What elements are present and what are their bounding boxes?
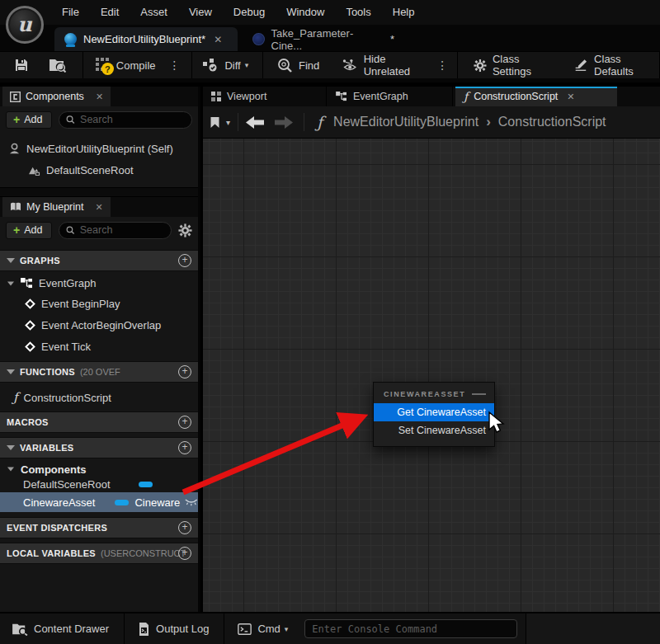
my-blueprint-search[interactable] xyxy=(59,222,172,239)
compile-label: Compile xyxy=(116,59,156,72)
close-icon[interactable]: ✕ xyxy=(95,202,102,213)
tab-my-blueprint[interactable]: My Blueprint ✕ xyxy=(2,197,111,217)
section-functions[interactable]: FUNCTIONS (20 OVEF + xyxy=(0,361,198,383)
components-search[interactable] xyxy=(59,111,192,129)
function-item-constructionscript[interactable]: ƒ ConstructionScript xyxy=(0,389,198,406)
diff-label: Diff xyxy=(224,59,240,72)
toolbar-divider xyxy=(457,52,458,78)
menu-debug[interactable]: Debug xyxy=(223,0,276,25)
panel-settings-gear-icon[interactable] xyxy=(178,223,192,237)
event-node-icon xyxy=(25,298,35,309)
close-icon[interactable]: ✕ xyxy=(567,92,574,102)
diff-button[interactable]: Diff ▾ xyxy=(195,52,256,78)
bookmark-icon[interactable] xyxy=(210,116,220,129)
section-macros[interactable]: MACROS + xyxy=(0,411,198,433)
navigate-forward-icon[interactable] xyxy=(275,116,293,129)
menu-edit[interactable]: Edit xyxy=(90,0,130,25)
menu-help[interactable]: Help xyxy=(382,0,426,25)
console-command-input[interactable] xyxy=(312,623,510,635)
function-icon: ƒ xyxy=(317,113,323,131)
variable-type-label: Cineware xyxy=(134,496,180,509)
content-drawer-button[interactable]: Content Drawer xyxy=(2,613,119,644)
class-settings-button[interactable]: Class Settings xyxy=(466,52,557,78)
graph-editor-area: Viewport EventGraph ƒ ConstructionScript… xyxy=(203,87,660,612)
section-graphs[interactable]: GRAPHS + xyxy=(0,250,198,271)
add-graph-icon[interactable]: + xyxy=(178,254,191,267)
event-item-beginplay[interactable]: Event BeginPlay xyxy=(0,296,198,311)
menu-window[interactable]: Window xyxy=(276,0,335,25)
my-blueprint-search-input[interactable] xyxy=(80,224,164,236)
add-blueprint-item-button[interactable]: + Add xyxy=(6,222,52,239)
tab-new-editor-utility-blueprint[interactable]: NewEditorUtilityBlueprint* ✕ xyxy=(54,27,238,51)
section-variables[interactable]: VARIABLES + xyxy=(0,437,198,458)
class-defaults-button[interactable]: Class Defaults xyxy=(567,52,659,78)
event-label: Event Tick xyxy=(41,341,91,353)
expander-triangle-icon[interactable] xyxy=(7,258,15,263)
event-item-actorbeginoverlap[interactable]: Event ActorBeginOverlap xyxy=(0,317,198,332)
blueprint-graph-canvas[interactable]: CINEWAREASSET Get CinewareAsset Set Cine… xyxy=(203,139,660,612)
compile-icon: ? xyxy=(96,58,111,73)
toolbar-divider xyxy=(262,52,263,78)
expander-triangle-icon[interactable] xyxy=(7,468,14,472)
browse-to-asset-button[interactable] xyxy=(41,52,74,78)
divider xyxy=(224,613,224,644)
output-log-button[interactable]: Output Log xyxy=(128,613,219,644)
add-macro-icon[interactable]: + xyxy=(178,416,191,429)
menu-asset[interactable]: Asset xyxy=(130,0,178,25)
add-variable-icon[interactable]: + xyxy=(178,441,191,454)
console-command-field[interactable] xyxy=(304,619,517,638)
variable-row-defaultsceneroot[interactable]: DefaultSceneRoot xyxy=(0,477,198,492)
navigate-back-icon[interactable] xyxy=(246,116,264,129)
hide-unrelated-label: Hide Unrelated xyxy=(364,53,424,78)
section-suffix: (USERCONSTRUCT xyxy=(101,548,185,558)
close-icon[interactable]: ✕ xyxy=(96,92,103,102)
add-component-button[interactable]: + Add xyxy=(6,111,52,129)
graph-label: EventGraph xyxy=(39,277,96,289)
chevron-down-icon[interactable]: ▾ xyxy=(226,118,230,127)
add-local-variable-icon[interactable]: + xyxy=(178,547,191,560)
find-button[interactable]: Find xyxy=(270,52,327,78)
section-event-dispatchers[interactable]: EVENT DISPATCHERS + xyxy=(0,517,198,538)
component-item-default-scene-root[interactable]: DefaultSceneRoot xyxy=(0,159,198,181)
variable-group-components[interactable]: Components xyxy=(0,462,198,477)
event-item-tick[interactable]: Event Tick xyxy=(0,339,198,354)
expander-triangle-icon[interactable] xyxy=(7,445,15,450)
save-button[interactable] xyxy=(7,52,36,78)
close-icon[interactable]: ✕ xyxy=(214,34,222,45)
visibility-closed-eye-icon[interactable] xyxy=(185,499,198,506)
menu-item-set-cinewareasset[interactable]: Set CinewareAsset xyxy=(374,421,494,440)
content-drawer-icon xyxy=(12,623,28,636)
breadcrumb-root[interactable]: NewEditorUtilityBlueprint xyxy=(333,115,478,129)
expander-triangle-icon[interactable] xyxy=(7,281,14,285)
menu-tools[interactable]: Tools xyxy=(335,0,381,25)
status-bar-right-section xyxy=(526,613,660,644)
menu-view[interactable]: View xyxy=(178,0,223,25)
section-local-variables[interactable]: LOCAL VARIABLES (USERCONSTRUCT + xyxy=(0,543,198,564)
component-item-self[interactable]: NewEditorUtilityBlueprint (Self) xyxy=(0,138,198,159)
graph-options-kebab-icon[interactable]: ⋮ xyxy=(431,59,454,72)
breadcrumb-current[interactable]: ConstructionScript xyxy=(498,115,606,129)
menu-file[interactable]: File xyxy=(51,0,90,25)
graph-item-eventgraph[interactable]: EventGraph xyxy=(0,277,198,289)
tab-take-parameter-cine[interactable]: Take_Parameter-Cine... * xyxy=(243,27,404,51)
add-event-dispatcher-icon[interactable]: + xyxy=(178,521,191,534)
components-search-input[interactable] xyxy=(80,114,185,125)
function-icon: ƒ xyxy=(13,390,18,405)
expander-triangle-icon[interactable] xyxy=(7,369,15,374)
menu-item-get-cinewareasset[interactable]: Get CinewareAsset xyxy=(374,403,494,421)
compile-options-kebab-icon[interactable]: ⋮ xyxy=(163,59,186,72)
document-tab-strip: Viewport EventGraph ƒ ConstructionScript… xyxy=(203,87,660,106)
tab-constructionscript-active[interactable]: ƒ ConstructionScript ✕ xyxy=(455,87,617,106)
breadcrumb-separator-icon: › xyxy=(486,114,491,130)
tab-components[interactable]: Components ✕ xyxy=(2,87,111,106)
hide-unrelated-button[interactable]: Hide Unrelated xyxy=(335,52,431,78)
variable-row-cinewareasset[interactable]: CinewareAsset Cineware xyxy=(0,492,198,512)
tab-viewport[interactable]: Viewport xyxy=(203,87,327,106)
cmd-selector[interactable]: Cmd ▾ xyxy=(228,613,298,644)
compile-button[interactable]: ? Compile xyxy=(88,52,163,78)
tab-eventgraph[interactable]: EventGraph xyxy=(328,87,453,106)
component-label: DefaultSceneRoot xyxy=(46,164,134,176)
variable-name: DefaultSceneRoot xyxy=(23,478,111,491)
add-function-icon[interactable]: + xyxy=(178,365,191,378)
search-icon xyxy=(66,225,74,235)
